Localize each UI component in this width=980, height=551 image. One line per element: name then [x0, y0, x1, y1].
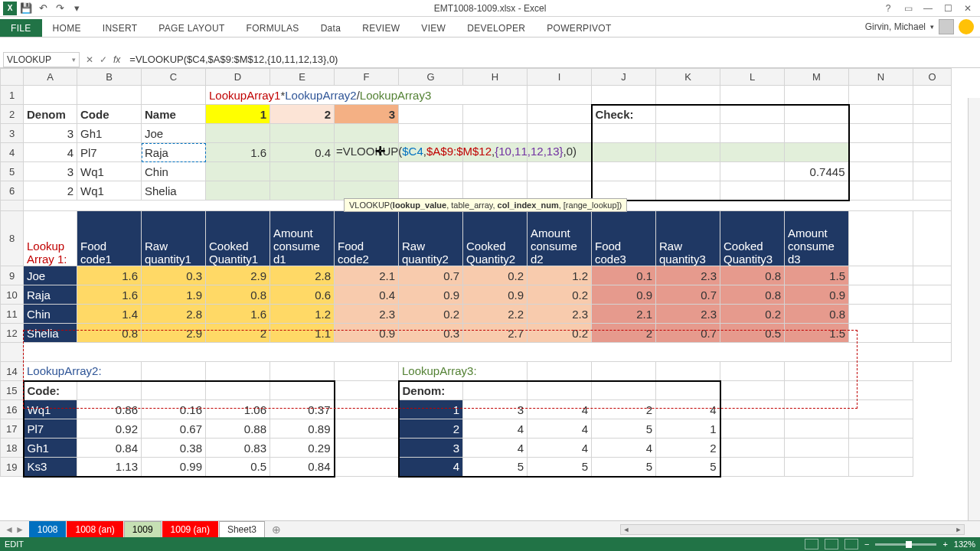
- cell[interactable]: Raw quantity1: [142, 211, 206, 266]
- col-header[interactable]: J: [592, 69, 656, 86]
- col-header[interactable]: F: [335, 69, 399, 86]
- cell[interactable]: Code: [77, 105, 142, 124]
- cell[interactable]: Name: [142, 105, 206, 124]
- maximize-icon[interactable]: ☐: [939, 2, 957, 15]
- row-header[interactable]: 6: [1, 181, 24, 201]
- redo-icon[interactable]: ↷: [52, 2, 67, 15]
- zoom-out-icon[interactable]: −: [864, 540, 869, 549]
- zoom-slider[interactable]: [875, 543, 936, 546]
- minimize-icon[interactable]: —: [919, 2, 937, 15]
- row-header[interactable]: 4: [1, 143, 24, 162]
- cell[interactable]: Amount consume d2: [528, 211, 592, 266]
- new-sheet-icon[interactable]: ⊕: [266, 523, 287, 536]
- cell[interactable]: 1: [206, 105, 270, 124]
- cell[interactable]: 4: [24, 143, 77, 162]
- col-header[interactable]: B: [77, 69, 142, 86]
- cell[interactable]: Lookup Array 1:: [24, 211, 77, 266]
- tab-pagelayout[interactable]: PAGE LAYOUT: [148, 19, 235, 37]
- tab-powerpivot[interactable]: POWERPIVOT: [536, 19, 622, 37]
- cell[interactable]: Cooked Quantity3: [720, 211, 785, 266]
- cell[interactable]: 3: [24, 124, 77, 143]
- col-header[interactable]: O: [913, 69, 952, 86]
- col-header[interactable]: A: [24, 69, 77, 86]
- cell[interactable]: Raja: [142, 143, 206, 162]
- cell[interactable]: Chin: [142, 162, 206, 181]
- sheet-tab[interactable]: 1008 (an): [67, 521, 122, 537]
- tab-data[interactable]: Data: [310, 19, 352, 37]
- col-header[interactable]: M: [785, 69, 849, 86]
- cell[interactable]: 0.4: [270, 143, 335, 162]
- cell[interactable]: Amount consume d1: [270, 211, 335, 266]
- grid[interactable]: A B C D E F G H I J K L M N O 1 LookupAr…: [0, 68, 980, 478]
- cancel-icon[interactable]: ✕: [86, 54, 93, 65]
- col-header[interactable]: L: [720, 69, 785, 86]
- sheet-nav[interactable]: ◄►: [0, 524, 29, 535]
- sheet-tab-active[interactable]: 1009: [124, 521, 162, 537]
- qat-btn[interactable]: ▾: [69, 2, 84, 15]
- cell[interactable]: 1.6: [206, 143, 270, 162]
- help-icon[interactable]: ?: [879, 2, 897, 15]
- cell[interactable]: 3: [24, 162, 77, 181]
- name-box[interactable]: VLOOKUP▾: [3, 52, 80, 67]
- cell[interactable]: Food code3: [592, 211, 656, 266]
- row-header[interactable]: 2: [1, 105, 24, 124]
- vertical-scrollbar[interactable]: [968, 98, 980, 520]
- enter-icon[interactable]: ✓: [100, 54, 107, 65]
- view-normal-icon[interactable]: [805, 539, 818, 549]
- cell[interactable]: Gh1: [77, 124, 142, 143]
- zoom-in-icon[interactable]: +: [942, 540, 947, 549]
- cell[interactable]: Wq1: [77, 181, 142, 201]
- cell[interactable]: Pl7: [77, 143, 142, 162]
- col-header[interactable]: N: [849, 69, 913, 86]
- cell[interactable]: Food code1: [77, 211, 142, 266]
- cell[interactable]: 2: [270, 105, 335, 124]
- cell[interactable]: Raw quantity2: [399, 211, 463, 266]
- row-header[interactable]: 5: [1, 162, 24, 181]
- sheet-tab[interactable]: 1009 (an): [162, 521, 218, 537]
- sheet-tab[interactable]: 1008: [29, 521, 67, 537]
- col-header[interactable]: G: [399, 69, 463, 86]
- cell[interactable]: Cooked Quantity2: [463, 211, 528, 266]
- fx-icon[interactable]: fx: [113, 54, 120, 65]
- cell[interactable]: Denom: [24, 105, 77, 124]
- cell[interactable]: Cooked Quantity1: [206, 211, 270, 266]
- sheet-tab[interactable]: Sheet3: [219, 521, 265, 537]
- row-header[interactable]: 1: [1, 86, 24, 105]
- cell[interactable]: Wq1: [77, 162, 142, 181]
- col-header[interactable]: K: [656, 69, 720, 86]
- view-break-icon[interactable]: [844, 539, 858, 549]
- zoom-level[interactable]: 132%: [954, 540, 975, 549]
- tab-developer[interactable]: DEVELOPER: [456, 19, 536, 37]
- cell[interactable]: Shelia: [142, 181, 206, 201]
- undo-icon[interactable]: ↶: [35, 2, 51, 15]
- col-header[interactable]: D: [206, 69, 270, 86]
- cell[interactable]: Check:: [592, 105, 656, 124]
- cell[interactable]: Joe: [142, 124, 206, 143]
- tab-file[interactable]: FILE: [0, 19, 42, 37]
- view-layout-icon[interactable]: [825, 539, 838, 549]
- save-icon[interactable]: 💾: [18, 2, 34, 15]
- col-header[interactable]: C: [142, 69, 206, 86]
- tab-formulas[interactable]: FORMULAS: [236, 19, 310, 37]
- cell[interactable]: 0.7445: [785, 162, 849, 181]
- tab-review[interactable]: REVIEW: [351, 19, 410, 37]
- cell[interactable]: 3: [335, 105, 399, 124]
- cell[interactable]: 2: [24, 181, 77, 201]
- cell-editing[interactable]: =VLOOKUP($C4,$A$9:$M$12,{10,11,12,13},0): [335, 143, 399, 162]
- row-header[interactable]: 8: [1, 211, 24, 266]
- close-icon[interactable]: ✕: [959, 2, 977, 15]
- account-area[interactable]: Girvin, Michael ▾: [865, 19, 974, 34]
- tab-home[interactable]: HOME: [42, 19, 92, 37]
- col-header[interactable]: I: [528, 69, 592, 86]
- tab-insert[interactable]: INSERT: [92, 19, 149, 37]
- cell[interactable]: Raw quantity3: [656, 211, 720, 266]
- horizontal-scrollbar[interactable]: ◄►: [287, 524, 980, 535]
- col-header[interactable]: H: [463, 69, 528, 86]
- cell[interactable]: Food code2: [335, 211, 399, 266]
- col-header[interactable]: E: [270, 69, 335, 86]
- row-header[interactable]: 3: [1, 124, 24, 143]
- tab-view[interactable]: VIEW: [410, 19, 456, 37]
- cell[interactable]: LookupArray1*LookupArray2/LookupArray3: [206, 86, 528, 105]
- formula-input[interactable]: =VLOOKUP($C4,$A$9:$M$12,{10,11,12,13},0): [126, 54, 980, 65]
- cell[interactable]: Amount consume d3: [785, 211, 849, 266]
